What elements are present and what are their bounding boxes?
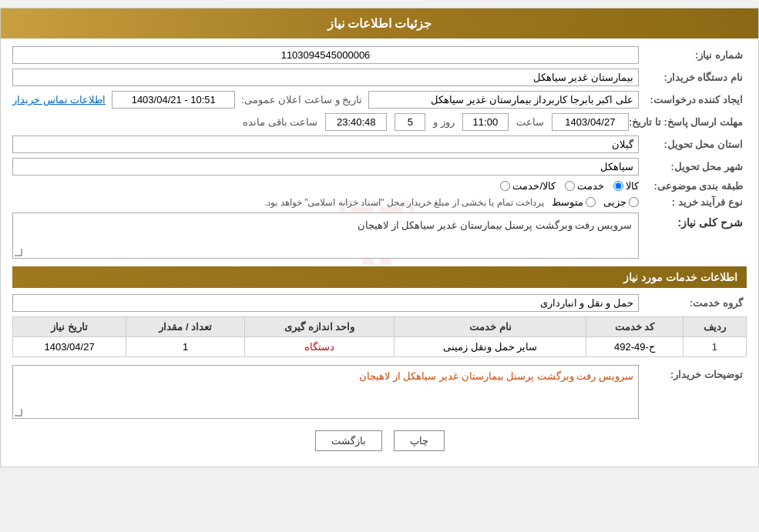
back-button[interactable]: بازگشت	[315, 430, 382, 451]
process-radio-partial[interactable]	[629, 197, 639, 207]
cell-date: 1403/04/27	[13, 337, 126, 357]
description-row: شرح کلی نیاز: سرویس رفت وبرگشت پرسنل بیم…	[12, 212, 747, 259]
buyer-name-value: بیمارستان غدیر سیاهکل	[12, 69, 639, 86]
col-header-name: نام خدمت	[395, 317, 586, 337]
reply-time-value: 11:00	[462, 113, 509, 131]
category-radio-service[interactable]	[565, 181, 575, 191]
category-radio-group: کالا/خدمت خدمت کالا	[500, 180, 639, 192]
buyer-desc-label: توضیحات خریدار:	[639, 365, 747, 380]
reply-time-label: ساعت	[516, 116, 544, 128]
category-option-service: خدمت	[565, 180, 604, 192]
announce-date-value: 1403/04/21 - 10:51	[112, 91, 235, 109]
category-radio-goods-services[interactable]	[500, 181, 510, 191]
cell-unit: دستگاه	[245, 337, 395, 357]
col-header-code: کد خدمت	[586, 317, 683, 337]
province-label: استان محل تحویل:	[639, 139, 747, 150]
need-number-label: شماره نیاز:	[639, 49, 747, 61]
description-label: شرح کلی نیاز:	[678, 216, 743, 229]
process-row: نوع فرآیند خرید : جزیی متوسط پرداخت تمام…	[12, 196, 747, 208]
announce-date-label: تاریخ و ساعت اعلان عمومی:	[241, 94, 362, 105]
buyer-desc-value: سرویس رفت وبرگشت پرسنل بیمارستان غدیر سی…	[12, 365, 639, 419]
process-option-partial: جزیی	[603, 196, 639, 208]
col-header-unit: واحد اندازه گیری	[245, 317, 395, 337]
table-row: 1 ح-49-492 سایر حمل ونقل زمینی دستگاه 1 …	[13, 337, 747, 357]
reply-deadline-label: مهلت ارسال پاسخ: تا تاریخ:	[629, 116, 747, 128]
cell-quantity: 1	[126, 337, 245, 357]
cell-name: سایر حمل ونقل زمینی	[395, 337, 586, 357]
service-group-label: گروه خدمت:	[639, 297, 747, 309]
buyer-resize-handle[interactable]	[15, 409, 22, 417]
city-value: سیاهکل	[12, 158, 639, 176]
need-number-value: 1103094545000006	[12, 46, 639, 64]
process-description: پرداخت تمام یا بخشی از مبلغ خریدار محل "…	[264, 197, 544, 208]
reply-days-value: 5	[395, 113, 425, 131]
province-value: گیلان	[12, 136, 639, 153]
services-section-header: اطلاعات خدمات مورد نیاز	[12, 266, 747, 288]
category-label: طبقه بندی موضوعی:	[639, 180, 747, 192]
resize-handle[interactable]	[15, 249, 22, 256]
col-header-row-num: ردیف	[683, 317, 746, 337]
process-radio-medium[interactable]	[586, 197, 596, 207]
description-value: سرویس رفت وبرگشت پرسنل بیمارستان غدیر سی…	[12, 212, 639, 259]
buyer-name-row: نام دستگاه خریدار: بیمارستان غدیر سیاهکل	[12, 69, 747, 86]
creator-label: ایجاد کننده درخواست:	[639, 94, 747, 105]
col-header-date: تاریخ نیاز	[13, 317, 126, 337]
print-button[interactable]: چاپ	[394, 430, 445, 451]
service-group-value: حمل و نقل و انبارداری	[12, 294, 639, 312]
reply-day-label: روز و	[433, 116, 455, 128]
contact-link[interactable]: اطلاعات تماس خریدار	[12, 94, 106, 105]
process-option-medium: متوسط	[552, 196, 596, 208]
city-label: شهر محل تحویل:	[639, 161, 747, 172]
services-table: ردیف کد خدمت نام خدمت واحد اندازه گیری ت…	[12, 316, 747, 357]
city-row: شهر محل تحویل: سیاهکل	[12, 158, 747, 176]
category-option-goods: کالا	[613, 180, 639, 192]
reply-deadline-row: مهلت ارسال پاسخ: تا تاریخ: 1403/04/27 سا…	[12, 113, 747, 131]
table-header-row: ردیف کد خدمت نام خدمت واحد اندازه گیری ت…	[13, 317, 747, 337]
creator-row: ایجاد کننده درخواست: علی اکبر بابرجا کار…	[12, 91, 747, 109]
cell-row-num: 1	[683, 337, 746, 357]
process-label: نوع فرآیند خرید :	[639, 196, 747, 208]
need-number-row: شماره نیاز: 1103094545000006	[12, 46, 747, 64]
province-row: استان محل تحویل: گیلان	[12, 136, 747, 153]
service-group-row: گروه خدمت: حمل و نقل و انبارداری	[12, 294, 747, 312]
cell-code: ح-49-492	[586, 337, 683, 357]
buyer-desc-row: توضیحات خریدار: سرویس رفت وبرگشت پرسنل ب…	[12, 365, 747, 419]
category-row: طبقه بندی موضوعی: کالا/خدمت خدمت کالا	[12, 180, 747, 192]
reply-remaining-label: ساعت باقی مانده	[243, 116, 317, 128]
page-title: جزئیات اطلاعات نیاز	[1, 8, 758, 38]
category-radio-goods[interactable]	[613, 181, 623, 191]
reply-date-value: 1403/04/27	[552, 113, 629, 131]
buyer-name-label: نام دستگاه خریدار:	[639, 72, 747, 83]
col-header-quantity: تعداد / مقدار	[126, 317, 245, 337]
category-option-goods-services: کالا/خدمت	[500, 180, 556, 192]
creator-value: علی اکبر بابرجا کاربرداز بیمارستان غدیر …	[368, 91, 639, 109]
buttons-row: چاپ بازگشت	[12, 430, 747, 451]
reply-remaining-value: 23:40:48	[325, 113, 387, 131]
